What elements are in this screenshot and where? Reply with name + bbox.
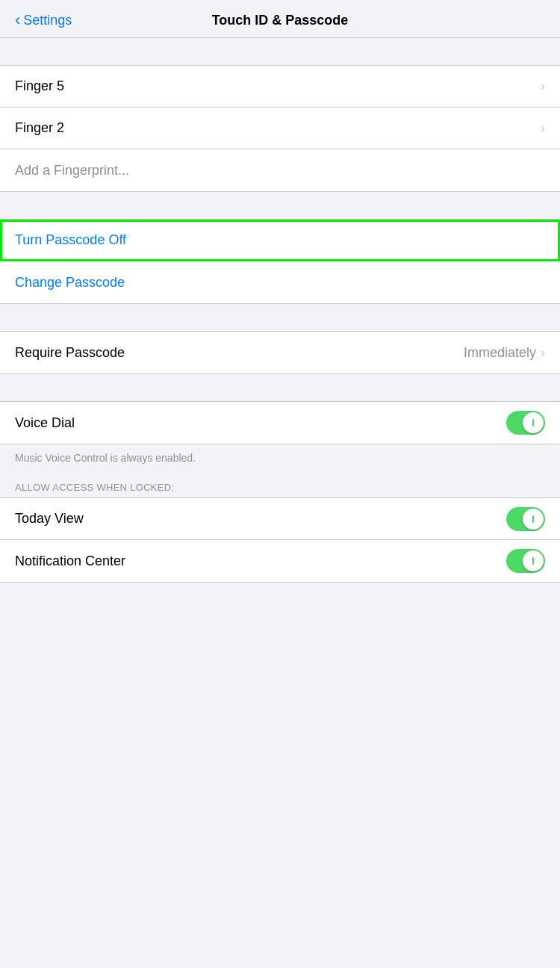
back-chevron-icon: ‹ <box>15 12 20 28</box>
today-view-row[interactable]: Today View <box>0 498 560 540</box>
allow-access-header: ALLOW ACCESS WHEN LOCKED: <box>0 474 560 497</box>
spacer-require <box>0 304 560 331</box>
navigation-header: ‹ Settings Touch ID & Passcode <box>0 0 560 38</box>
notification-center-label: Notification Center <box>15 553 125 569</box>
voice-dial-section: Voice Dial <box>0 401 560 444</box>
spacer-voice <box>0 374 560 401</box>
voice-dial-label: Voice Dial <box>15 415 75 431</box>
notif-toggle-line-icon <box>532 557 534 565</box>
finger2-label: Finger 2 <box>15 120 64 136</box>
voice-dial-row[interactable]: Voice Dial <box>0 402 560 444</box>
require-passcode-right: Immediately › <box>464 345 545 361</box>
toggle-line-icon <box>532 419 534 426</box>
change-passcode-row[interactable]: Change Passcode <box>0 261 560 303</box>
finger5-chevron-icon: › <box>541 78 545 94</box>
notification-center-toggle[interactable] <box>506 549 545 573</box>
require-passcode-chevron-icon: › <box>541 345 545 361</box>
change-passcode-label: Change Passcode <box>15 275 125 291</box>
require-passcode-row[interactable]: Require Passcode Immediately › <box>0 332 560 373</box>
allow-access-section: Today View Notification Center <box>0 497 560 583</box>
today-view-toggle[interactable] <box>506 507 545 531</box>
music-voice-note: Music Voice Control is always enabled. <box>0 444 560 474</box>
spacer-passcode <box>0 192 560 219</box>
today-view-toggle-knob <box>523 509 544 530</box>
passcode-section: Turn Passcode Off Change Passcode <box>0 219 560 304</box>
finger2-right: › <box>541 120 545 136</box>
add-fingerprint-row[interactable]: Add a Fingerprint... <box>0 149 560 191</box>
notification-toggle-knob <box>523 550 544 571</box>
finger2-chevron-icon: › <box>541 120 545 136</box>
voice-dial-toggle-knob <box>523 412 544 433</box>
finger5-label: Finger 5 <box>15 78 64 94</box>
page-title: Touch ID & Passcode <box>212 13 349 28</box>
finger5-row[interactable]: Finger 5 › <box>0 66 560 108</box>
require-passcode-section: Require Passcode Immediately › <box>0 331 560 374</box>
turn-passcode-off-row[interactable]: Turn Passcode Off <box>0 220 560 261</box>
add-fingerprint-label: Add a Fingerprint... <box>15 163 129 179</box>
spacer-top <box>0 38 560 65</box>
finger2-row[interactable]: Finger 2 › <box>0 108 560 149</box>
today-view-label: Today View <box>15 511 84 527</box>
require-passcode-value: Immediately <box>464 345 536 361</box>
finger5-right: › <box>541 78 545 94</box>
today-toggle-line-icon <box>532 515 534 523</box>
voice-dial-toggle[interactable] <box>506 411 545 435</box>
require-passcode-label: Require Passcode <box>15 345 125 361</box>
turn-passcode-off-label: Turn Passcode Off <box>15 232 126 248</box>
back-button[interactable]: ‹ Settings <box>15 12 72 28</box>
fingerprints-section: Finger 5 › Finger 2 › Add a Fingerprint.… <box>0 65 560 192</box>
notification-center-row[interactable]: Notification Center <box>0 540 560 582</box>
back-label: Settings <box>23 13 72 28</box>
